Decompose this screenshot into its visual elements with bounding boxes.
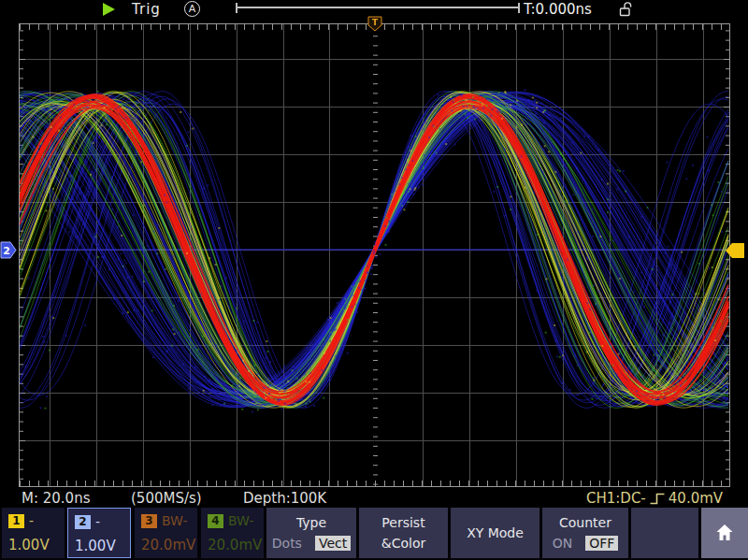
xy-mode-label: XY Mode [467,525,524,540]
bottom-menu: 1 - 1.00V 2 - 1.00V 3 BW- 20.0mV 4 BW- [0,508,748,560]
trigger-level-arrow[interactable] [725,242,745,259]
ch2-badge: 2 [75,515,91,529]
trigger-time-readout: T:0.000ns [524,1,592,18]
status-bar: M: 20.0ns (500MS/s) Depth:100K CH1:DC- 4… [0,488,748,508]
trig-label: Trig [132,1,161,18]
persist-label-line2: &Color [381,536,425,551]
ch1-badge: 1 [8,514,24,528]
ch3-badge: 3 [141,514,157,528]
home-button[interactable] [701,508,748,558]
type-option-vect[interactable]: Vect [315,536,351,551]
trigger-source-text: CH1:DC- [586,490,646,507]
ch2-scale: 1.00V [75,538,123,554]
ch3-bandwidth: BW- [162,513,187,528]
trigger-level-text: 40.0mV [669,490,723,507]
rising-edge-icon [649,492,666,506]
type-menu-title: Type [296,515,326,530]
waveform-canvas [20,24,729,486]
counter-option-off[interactable]: OFF [585,536,618,551]
ch4-scale: 20.0mV [208,537,257,553]
counter-title: Counter [559,515,611,530]
timebase-readout: M: 20.0ns [22,490,90,507]
channel3-cell[interactable]: 3 BW- 20.0mV [135,508,197,558]
type-menu-cell[interactable]: Type Dots Vect [266,508,356,558]
channel1-cell[interactable]: 1 - 1.00V [2,508,65,558]
counter-option-on[interactable]: ON [553,536,573,551]
run-state-icon [103,3,115,16]
graticule [19,23,730,487]
ch2-marker-number: 2 [3,245,10,257]
empty-menu-cell [631,508,698,558]
persist-label-line1: Persist [381,515,424,530]
ch2-coupling: - [95,514,100,529]
home-icon [712,522,737,544]
trigger-marker-letter: T [372,18,379,27]
channel2-cell[interactable]: 2 - 1.00V [67,508,131,558]
type-option-dots[interactable]: Dots [272,536,302,551]
ch3-scale: 20.0mV [141,537,191,553]
persist-menu-cell[interactable]: Persist &Color [359,508,448,558]
auto-trigger-icon: A [184,1,200,17]
ch4-badge: 4 [208,514,223,528]
trigger-settings-readout: CH1:DC- 40.0mV [586,490,723,507]
ch1-scale: 1.00V [8,537,58,553]
oscilloscope-screen: Trig A T:0.000ns T 2 M: 20.0ns [0,0,748,560]
memory-window-indicator[interactable] [236,3,520,13]
ch1-coupling: - [29,513,34,528]
xy-mode-cell[interactable]: XY Mode [451,508,539,558]
channel4-cell[interactable]: 4 BW- 20.0mV [201,508,264,558]
record-depth-readout: Depth:100K [243,490,326,507]
counter-menu-cell[interactable]: Counter ON OFF [542,508,628,558]
ch4-bandwidth: BW- [228,513,253,528]
unlock-icon[interactable] [619,1,634,17]
ch2-level-marker[interactable]: 2 [0,241,17,259]
trigger-position-marker[interactable]: T [367,16,382,32]
sample-rate-readout: (500MS/s) [131,490,202,507]
